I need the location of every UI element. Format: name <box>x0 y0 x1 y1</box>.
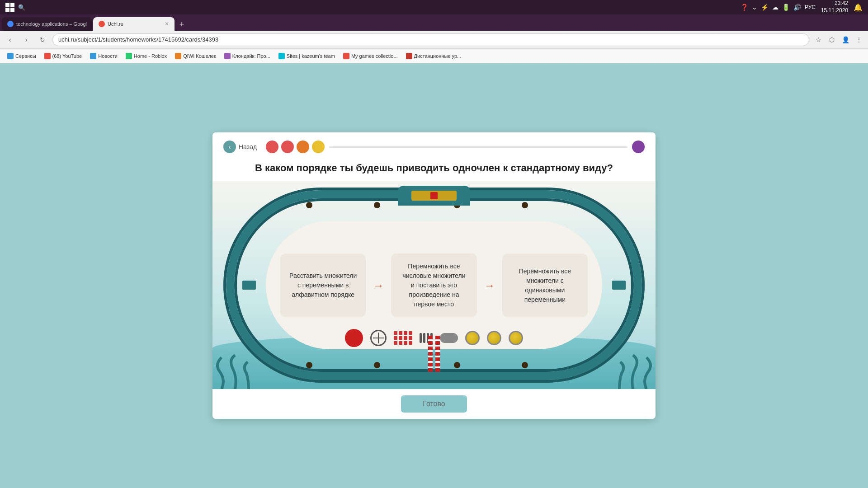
pipe-1 <box>428 336 433 372</box>
tab-favicon-google <box>7 21 14 27</box>
gauge-2 <box>487 331 501 345</box>
back-circle-icon: ‹ <box>223 141 236 153</box>
bm-dist-icon <box>406 53 412 59</box>
tab-google[interactable]: technology applications – Googl <box>2 17 92 31</box>
tab-close-button[interactable]: ✕ <box>165 21 169 27</box>
forward-nav-button[interactable]: › <box>20 33 33 46</box>
porthole-dot-5 <box>306 362 312 368</box>
system-icons: ❓ ⌄ ⚡ ☁ 🔋 🔊 РУС <box>741 4 816 11</box>
help-icon[interactable]: ❓ <box>741 4 748 11</box>
progress-dot-3 <box>297 141 309 153</box>
progress-dot-5 <box>632 141 645 153</box>
left-connector <box>242 281 256 290</box>
pipe-2 <box>435 336 440 372</box>
cloud-icon[interactable]: ☁ <box>772 4 778 11</box>
porthole-dot-4 <box>522 202 528 208</box>
porthole-dot-2 <box>374 202 380 208</box>
bookmarks-bar: Сервисы (68) YouTube Новости Home - Robl… <box>0 49 868 63</box>
bm-youtube-icon <box>44 53 51 59</box>
address-bar-icons: ☆ ⬡ 👤 ⋮ <box>813 34 864 45</box>
bm-services-icon <box>7 53 14 59</box>
submarine-track: Расставить множители с переменными в алф… <box>226 190 642 380</box>
tab-title-google: technology applications – Googl <box>16 21 87 27</box>
bm-novosti[interactable]: Новости <box>86 52 121 60</box>
title-bar-right: ❓ ⌄ ⚡ ☁ 🔋 🔊 РУС 23:42 15.11.2020 🔔 <box>741 0 863 14</box>
speaker-icon[interactable]: 🔊 <box>793 4 801 11</box>
bm-klondaik-icon <box>224 53 231 59</box>
tab-bar: technology applications – Googl Uchi.ru … <box>0 14 868 31</box>
arrow-1: → <box>366 279 391 291</box>
grid-control <box>394 331 412 345</box>
bm-roblox-label: Home - Roblox <box>134 53 167 59</box>
step-card-2[interactable]: Перемножить все числовые множители и пос… <box>391 253 476 317</box>
porthole-dot-7 <box>454 362 460 368</box>
windows-icon[interactable] <box>5 3 14 12</box>
search-icon[interactable]: 🔍 <box>18 4 25 11</box>
submarine-top-bar <box>398 186 470 206</box>
title-bar-left: 🔍 <box>5 3 25 12</box>
ready-button[interactable]: Готово <box>401 395 467 413</box>
bm-dist[interactable]: Дистанционные ур... <box>402 52 465 60</box>
arrow-2-symbol: → <box>484 279 495 291</box>
bm-klondaik-label: Клондайк: Про... <box>232 53 270 59</box>
reload-button[interactable]: ↻ <box>36 33 49 46</box>
bm-qiwi-icon <box>175 53 181 59</box>
back-label: Назад <box>239 143 257 150</box>
bm-sites-icon <box>278 53 285 59</box>
steps-row: Расставить множители с переменными в алф… <box>280 253 588 317</box>
url-input[interactable] <box>52 33 809 46</box>
bm-dist-label: Дистанционные ур... <box>414 53 462 59</box>
step-card-3[interactable]: Перемножить все множители с одинаковыми … <box>502 253 588 317</box>
browser-frame: 🔍 ❓ ⌄ ⚡ ☁ 🔋 🔊 РУС 23:42 15.11.2020 🔔 tec… <box>0 0 868 488</box>
crosshair-control <box>370 330 387 346</box>
top-indicator <box>411 191 457 201</box>
right-connector <box>612 281 626 290</box>
card-header: ‹ Назад <box>212 132 656 158</box>
submarine-pipes <box>428 336 440 372</box>
notifications-icon[interactable]: 🔔 <box>854 3 863 12</box>
bm-roblox[interactable]: Home - Roblox <box>122 52 170 60</box>
progress-dots <box>266 141 645 153</box>
bm-mygames[interactable]: My games collectio... <box>340 52 401 60</box>
bm-youtube-label: (68) YouTube <box>52 53 82 59</box>
bm-novosti-icon <box>90 53 96 59</box>
address-bar: ‹ › ↻ ☆ ⬡ 👤 ⋮ <box>0 31 868 49</box>
bm-novosti-label: Новости <box>98 53 118 59</box>
question-title: В каком порядке ты будешь приводить одно… <box>212 158 656 181</box>
progress-line <box>329 146 627 148</box>
tentacle-right <box>601 353 656 389</box>
step-card-1[interactable]: Расставить множители с переменными в алф… <box>280 253 366 317</box>
bm-qiwi[interactable]: QIWI Кошелек <box>171 52 220 60</box>
extensions-icon[interactable]: ⬡ <box>826 34 837 45</box>
tentacle-left <box>212 353 267 389</box>
step-2-text: Перемножить все числовые множители и пос… <box>400 262 467 309</box>
bm-sites[interactable]: Sites | kazeum's team <box>275 52 339 60</box>
gauge-3 <box>509 331 523 345</box>
menu-icon[interactable]: ⋮ <box>854 34 864 45</box>
step-3-text: Перемножить все множители с одинаковыми … <box>511 266 579 304</box>
page-area: ‹ Назад В каком порядке ты будешь привод… <box>0 63 868 488</box>
back-button[interactable]: ‹ Назад <box>223 141 257 153</box>
tab-uchi[interactable]: Uchi.ru ✕ <box>93 17 175 31</box>
title-bar: 🔍 ❓ ⌄ ⚡ ☁ 🔋 🔊 РУС 23:42 15.11.2020 🔔 <box>0 0 868 14</box>
bm-services-label: Сервисы <box>15 53 36 59</box>
bookmark-star-icon[interactable]: ☆ <box>813 34 824 45</box>
porthole-dot-8 <box>522 362 528 368</box>
bm-roblox-icon <box>126 53 132 59</box>
bm-klondaik[interactable]: Клондайк: Про... <box>221 52 274 60</box>
submarine-area: Расставить множители с переменными в алф… <box>212 181 656 389</box>
chevron-icon[interactable]: ⌄ <box>752 4 757 11</box>
battery-icon: 🔋 <box>782 4 790 11</box>
bm-youtube[interactable]: (68) YouTube <box>41 52 86 60</box>
back-nav-button[interactable]: ‹ <box>4 33 16 46</box>
arrow-2: → <box>477 279 502 291</box>
porthole-dot-1 <box>306 202 312 208</box>
ready-button-area: Готово <box>212 389 656 419</box>
red-circle-control <box>345 329 363 347</box>
account-icon[interactable]: 👤 <box>840 34 851 45</box>
bm-services[interactable]: Сервисы <box>4 52 40 60</box>
progress-dot-4 <box>312 141 325 153</box>
bluetooth-icon[interactable]: ⚡ <box>761 4 769 11</box>
new-tab-button[interactable]: + <box>175 18 188 31</box>
lang-label: РУС <box>805 4 816 10</box>
